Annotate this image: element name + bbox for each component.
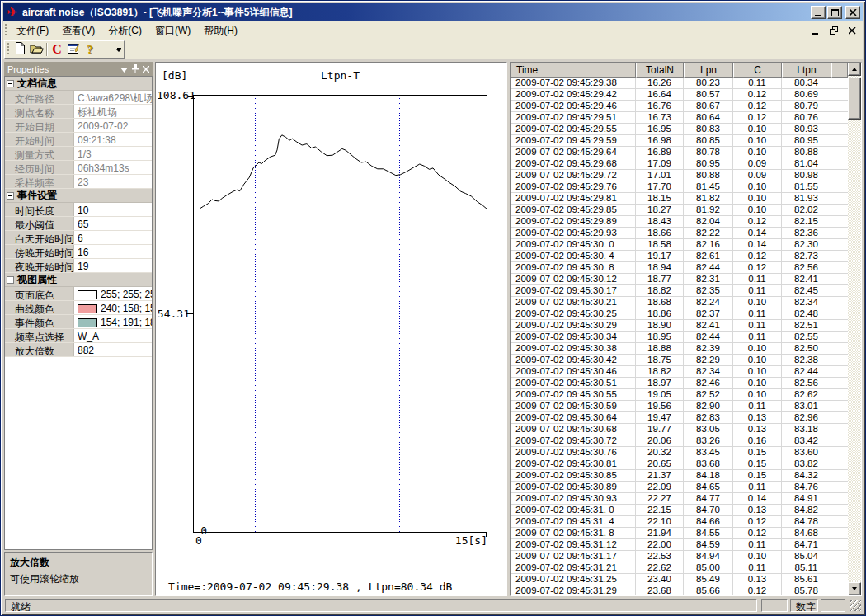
table-row[interactable]: 2009-07-02 09:45:29.3816.2680.230.1180.3… bbox=[511, 78, 848, 89]
table-row[interactable]: 2009-07-02 09:45:31.1222.0084.590.1184.7… bbox=[511, 539, 848, 551]
collapse-minus-icon[interactable] bbox=[7, 80, 14, 87]
calibration-button[interactable]: C bbox=[49, 41, 65, 58]
property-value[interactable]: 882 bbox=[74, 343, 152, 356]
property-value[interactable]: C:\awa6298\机场 bbox=[74, 91, 152, 104]
table-row[interactable]: 2009-07-02 09:45:30.1718.8282.350.1182.4… bbox=[511, 285, 848, 297]
property-row[interactable]: 测量方式1/3 bbox=[5, 147, 152, 161]
property-section-header[interactable]: 事件设置 bbox=[5, 189, 152, 203]
column-header-c[interactable]: C bbox=[733, 63, 782, 78]
table-row[interactable]: 2009-07-02 09:45:29.5116.7380.640.1280.7… bbox=[511, 112, 848, 124]
table-row[interactable]: 2009-07-02 09:45:29.7217.0180.880.0980.9… bbox=[511, 170, 848, 181]
property-value[interactable]: 栎社机场 bbox=[74, 105, 152, 118]
table-row[interactable]: 2009-07-02 09:45:30.6419.4782.830.1382.9… bbox=[511, 412, 848, 424]
table-row[interactable]: 2009-07-02 09:45:30. 419.1782.610.1282.7… bbox=[511, 251, 848, 262]
table-row[interactable]: 2009-07-02 09:45:30.8521.3784.180.1584.3… bbox=[511, 470, 848, 482]
table-row[interactable]: 2009-07-02 09:45:30.2918.9082.410.1182.5… bbox=[511, 320, 848, 332]
table-row[interactable]: 2009-07-02 09:45:30.8922.0984.650.1184.7… bbox=[511, 482, 848, 493]
table-row[interactable]: 2009-07-02 09:45:29.5916.9880.850.1080.9… bbox=[511, 135, 848, 147]
property-row[interactable]: 傍晚开始时间16 bbox=[5, 245, 152, 259]
new-document-button[interactable] bbox=[12, 41, 28, 58]
menu-item-W[interactable]: 窗口(W) bbox=[148, 21, 197, 40]
property-row[interactable]: 测点名称栎社机场 bbox=[5, 105, 152, 119]
table-row[interactable]: 2009-07-02 09:45:30.7620.3283.450.1583.6… bbox=[511, 447, 848, 458]
table-row[interactable]: 2009-07-02 09:45:30.8120.6583.680.1583.8… bbox=[511, 458, 848, 470]
menu-item-V[interactable]: 查看(V) bbox=[55, 21, 101, 40]
menu-item-C[interactable]: 分析(C) bbox=[101, 21, 148, 40]
property-section-header[interactable]: 视图属性 bbox=[5, 273, 152, 287]
table-row[interactable]: 2009-07-02 09:45:30.4618.8282.340.1082.4… bbox=[511, 366, 848, 378]
collapse-minus-icon[interactable] bbox=[7, 192, 14, 200]
table-row[interactable]: 2009-07-02 09:45:29.7617.7081.450.1081.5… bbox=[511, 181, 848, 193]
panel-menu-chevron-icon[interactable] bbox=[120, 64, 128, 74]
table-row[interactable]: 2009-07-02 09:45:30.2518.8682.370.1182.4… bbox=[511, 308, 848, 320]
table-row[interactable]: 2009-07-02 09:45:29.4216.6480.570.1280.6… bbox=[511, 89, 848, 101]
table-row[interactable]: 2009-07-02 09:45:30.3418.9582.440.1182.5… bbox=[511, 332, 848, 343]
property-row[interactable]: 文件路径C:\awa6298\机场 bbox=[5, 91, 152, 105]
table-row[interactable]: 2009-07-02 09:45:30.3818.8882.390.1082.5… bbox=[511, 343, 848, 355]
table-row[interactable]: 2009-07-02 09:45:30.1218.7782.310.1182.4… bbox=[511, 274, 848, 285]
column-header-ltpn[interactable]: Ltpn bbox=[782, 63, 831, 78]
properties-panel-header[interactable]: Properties bbox=[4, 62, 153, 76]
property-row[interactable]: 放大倍数882 bbox=[5, 343, 152, 357]
mdi-restore-button[interactable] bbox=[828, 26, 840, 36]
table-row[interactable]: 2009-07-02 09:45:31. 422.1084.660.1284.7… bbox=[511, 516, 848, 528]
toolbar-overflow-button[interactable] bbox=[114, 41, 124, 58]
collapse-minus-icon[interactable] bbox=[7, 276, 14, 284]
property-row[interactable]: 页面底色255; 255; 25 bbox=[5, 287, 152, 301]
table-row[interactable]: 2009-07-02 09:45:30.9322.2784.770.1484.9… bbox=[511, 493, 848, 505]
table-row[interactable]: 2009-07-02 09:45:30. 018.5882.160.1482.3… bbox=[511, 239, 848, 251]
table-row[interactable]: 2009-07-02 09:45:30.7220.0683.260.1683.4… bbox=[511, 435, 848, 447]
panel-close-icon[interactable] bbox=[143, 64, 149, 74]
table-row[interactable]: 2009-07-02 09:45:30.2118.6882.240.1082.3… bbox=[511, 297, 848, 308]
open-file-button[interactable] bbox=[28, 41, 45, 58]
menu-item-H[interactable]: 帮助(H) bbox=[197, 21, 244, 40]
maximize-button[interactable] bbox=[827, 6, 842, 19]
mdi-close-button[interactable] bbox=[846, 26, 858, 36]
close-button[interactable] bbox=[845, 6, 860, 19]
property-row[interactable]: 频率点选择W_A bbox=[5, 329, 152, 343]
property-value[interactable]: 240; 158; 15 bbox=[74, 301, 152, 314]
property-value[interactable]: 255; 255; 25 bbox=[74, 287, 152, 300]
property-row[interactable]: 开始时间09:21:38 bbox=[5, 133, 152, 147]
property-value[interactable]: 09:21:38 bbox=[74, 133, 152, 146]
scrollbar-thumb[interactable] bbox=[848, 78, 861, 120]
noise-level-plot[interactable] bbox=[193, 95, 487, 533]
property-row[interactable]: 白天开始时间6 bbox=[5, 231, 152, 245]
column-header-time[interactable]: Time bbox=[511, 63, 636, 78]
table-row[interactable]: 2009-07-02 09:45:30.5919.5682.900.1183.0… bbox=[511, 401, 848, 412]
table-row[interactable]: 2009-07-02 09:45:29.8118.1581.820.1081.9… bbox=[511, 193, 848, 205]
property-row[interactable]: 最小阈值65 bbox=[5, 217, 152, 231]
table-row[interactable]: 2009-07-02 09:45:31.1722.5384.940.1085.0… bbox=[511, 551, 848, 562]
resize-grip[interactable] bbox=[850, 600, 861, 611]
table-row[interactable]: 2009-07-02 09:45:29.8918.4382.040.1282.1… bbox=[511, 216, 848, 228]
chart-panel[interactable]: [dB] Ltpn-T 108.61 54.31 0 0 15[s] Time=… bbox=[155, 62, 507, 596]
table-row[interactable]: 2009-07-02 09:45:30.5118.9782.460.1082.5… bbox=[511, 378, 848, 389]
property-value[interactable]: 65 bbox=[74, 217, 152, 230]
help-button[interactable]: ? bbox=[82, 41, 98, 58]
menu-grip[interactable] bbox=[5, 24, 7, 37]
property-section-header[interactable]: 文档信息 bbox=[5, 77, 152, 91]
table-row[interactable]: 2009-07-02 09:45:31.2523.4085.490.1385.6… bbox=[511, 574, 848, 585]
property-row[interactable]: 采样频率23 bbox=[5, 175, 152, 189]
scroll-down-button[interactable] bbox=[848, 582, 861, 595]
table-scrollbar[interactable] bbox=[848, 63, 861, 595]
property-row[interactable]: 时间长度10 bbox=[5, 203, 152, 217]
toolbar-grip[interactable] bbox=[7, 43, 9, 56]
table-row[interactable]: 2009-07-02 09:45:31. 022.1584.700.1384.8… bbox=[511, 505, 848, 516]
table-row[interactable]: 2009-07-02 09:45:30.5519.0582.520.1082.6… bbox=[511, 389, 848, 401]
table-row[interactable]: 2009-07-02 09:45:29.8518.2781.920.1082.0… bbox=[511, 205, 848, 216]
pin-icon[interactable] bbox=[132, 64, 139, 74]
table-row[interactable]: 2009-07-02 09:45:29.6416.8980.780.1080.8… bbox=[511, 147, 848, 158]
property-value[interactable]: 6 bbox=[74, 231, 152, 244]
table-row[interactable]: 2009-07-02 09:45:29.4616.7680.670.1280.7… bbox=[511, 101, 848, 112]
table-row[interactable]: 2009-07-02 09:45:30. 818.9482.440.1282.5… bbox=[511, 262, 848, 274]
table-row[interactable]: 2009-07-02 09:45:31.2923.6885.660.1285.7… bbox=[511, 585, 848, 595]
property-value[interactable]: 1/3 bbox=[74, 147, 152, 160]
scroll-up-button[interactable] bbox=[848, 63, 861, 76]
property-row[interactable]: 开始日期2009-07-02 bbox=[5, 119, 152, 133]
minimize-button[interactable] bbox=[811, 6, 826, 19]
property-row[interactable]: 夜晚开始时间19 bbox=[5, 259, 152, 273]
property-value[interactable]: 16 bbox=[74, 245, 152, 258]
property-value[interactable]: 154; 191; 18 bbox=[74, 315, 152, 328]
table-row[interactable]: 2009-07-02 09:45:31.2122.6285.000.1185.1… bbox=[511, 562, 848, 574]
